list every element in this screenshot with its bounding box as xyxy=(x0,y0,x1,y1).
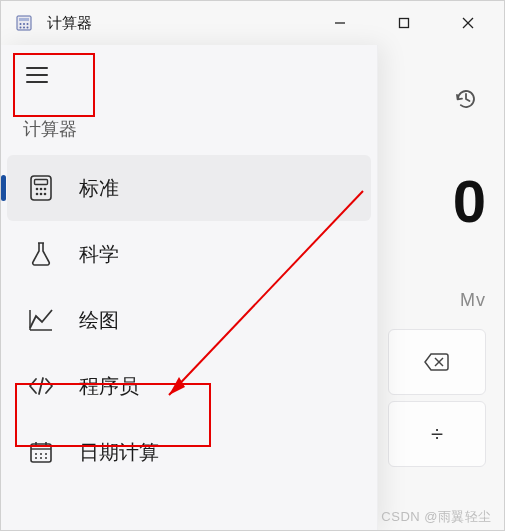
svg-point-20 xyxy=(36,193,39,196)
app-icon xyxy=(15,14,33,32)
minimize-button[interactable] xyxy=(308,1,372,45)
backspace-key[interactable] xyxy=(388,329,486,395)
watermark: CSDN @雨翼轻尘 xyxy=(381,508,492,526)
svg-point-30 xyxy=(35,453,37,455)
svg-point-3 xyxy=(23,23,25,25)
nav-section-label: 计算器 xyxy=(1,99,377,155)
window-title: 计算器 xyxy=(47,14,92,33)
flask-icon xyxy=(25,238,57,270)
close-button[interactable] xyxy=(436,1,500,45)
svg-point-19 xyxy=(44,188,47,191)
display-value: 0 xyxy=(453,167,486,236)
svg-point-18 xyxy=(40,188,43,191)
svg-point-7 xyxy=(27,27,29,29)
memory-label: Mv xyxy=(460,290,486,311)
nav-item-label: 绘图 xyxy=(79,307,119,334)
calculator-pane: 0 Mv ÷ xyxy=(378,45,504,530)
calendar-icon xyxy=(25,436,57,468)
nav-item-date[interactable]: 日期计算 xyxy=(7,419,371,485)
svg-point-5 xyxy=(20,27,22,29)
navigation-panel: 计算器 标准 科学 xyxy=(1,45,378,530)
maximize-button[interactable] xyxy=(372,1,436,45)
svg-point-6 xyxy=(23,27,25,29)
svg-point-4 xyxy=(27,23,29,25)
svg-point-22 xyxy=(44,193,47,196)
hamburger-button[interactable] xyxy=(11,51,63,99)
svg-point-21 xyxy=(40,193,43,196)
code-icon xyxy=(25,370,57,402)
nav-item-scientific[interactable]: 科学 xyxy=(7,221,371,287)
title-bar: 计算器 xyxy=(1,1,504,45)
svg-point-2 xyxy=(20,23,22,25)
svg-point-33 xyxy=(35,457,37,459)
svg-point-35 xyxy=(45,457,47,459)
svg-point-17 xyxy=(36,188,39,191)
memory-dropdown[interactable]: Mv xyxy=(460,290,486,311)
nav-item-label: 日期计算 xyxy=(79,439,159,466)
svg-point-32 xyxy=(45,453,47,455)
nav-item-graphing[interactable]: 绘图 xyxy=(7,287,371,353)
calculator-icon xyxy=(25,172,57,204)
nav-item-label: 程序员 xyxy=(79,373,139,400)
nav-item-label: 标准 xyxy=(79,175,119,202)
svg-point-34 xyxy=(40,457,42,459)
svg-point-31 xyxy=(40,453,42,455)
nav-item-programmer[interactable]: 程序员 xyxy=(7,353,371,419)
svg-line-25 xyxy=(39,378,43,394)
nav-item-label: 科学 xyxy=(79,241,119,268)
divide-key[interactable]: ÷ xyxy=(388,401,486,467)
svg-rect-16 xyxy=(35,180,48,185)
graph-icon xyxy=(25,304,57,336)
nav-item-standard[interactable]: 标准 xyxy=(7,155,371,221)
svg-rect-9 xyxy=(400,19,409,28)
svg-rect-1 xyxy=(19,18,29,21)
history-button[interactable] xyxy=(446,79,486,119)
